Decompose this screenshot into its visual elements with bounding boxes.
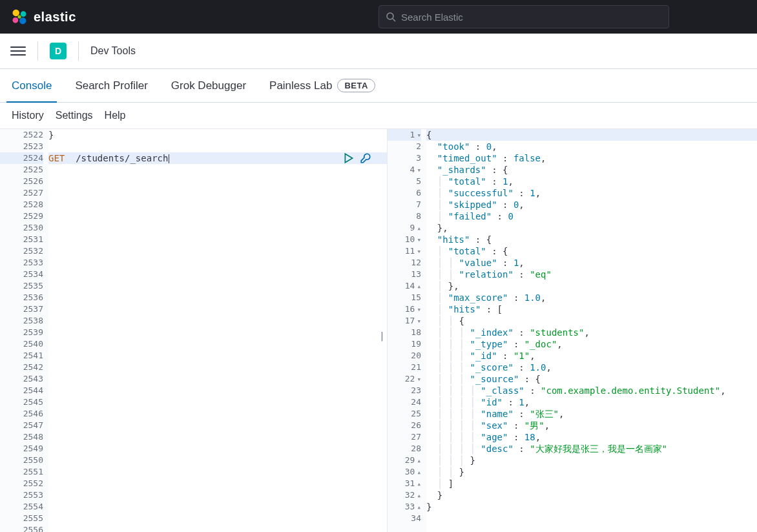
request-editor[interactable]: }GET /students/_search xyxy=(48,129,387,532)
tab-search-profiler[interactable]: Search Profiler xyxy=(75,69,147,102)
svg-line-6 xyxy=(393,19,395,21)
response-gutter: 1▾234▾56789▴10▾11▾121314▴1516▾17▾1819202… xyxy=(388,129,426,532)
divider xyxy=(37,41,38,61)
pane-splitter-icon[interactable]: || xyxy=(379,331,388,341)
response-viewer[interactable]: { "took" : 0, "timed_out" : false, "_sha… xyxy=(426,129,757,532)
tool-tabs: Console Search Profiler Grok Debugger Pa… xyxy=(0,69,757,103)
subtab-settings[interactable]: Settings xyxy=(56,110,93,121)
logo[interactable]: elastic xyxy=(10,8,76,26)
svg-marker-7 xyxy=(345,154,352,163)
svg-point-5 xyxy=(387,13,393,19)
svg-point-4 xyxy=(17,15,21,18)
divider xyxy=(78,41,79,61)
top-header: elastic xyxy=(0,0,757,34)
tab-grok-debugger[interactable]: Grok Debugger xyxy=(171,69,246,102)
svg-point-1 xyxy=(21,11,26,17)
tab-console[interactable]: Console xyxy=(12,69,52,102)
response-pane[interactable]: 1▾234▾56789▴10▾11▾121314▴1516▾17▾1819202… xyxy=(388,129,757,532)
subtab-history[interactable]: History xyxy=(12,110,44,121)
subtab-help[interactable]: Help xyxy=(105,110,126,121)
menu-toggle-icon[interactable] xyxy=(10,43,26,59)
request-pane[interactable]: 2522252325242525252625272528252925302531… xyxy=(0,129,388,532)
tab-painless-label: Painless Lab xyxy=(269,79,332,92)
svg-point-3 xyxy=(19,17,26,25)
request-actions xyxy=(343,152,371,164)
console-subtabs: History Settings Help xyxy=(0,103,757,128)
svg-point-2 xyxy=(13,17,19,23)
app-badge[interactable]: D xyxy=(50,43,67,59)
global-search xyxy=(378,5,669,28)
editor-area: 2522252325242525252625272528252925302531… xyxy=(0,128,757,532)
tab-painless-lab[interactable]: Painless Lab BETA xyxy=(269,69,375,102)
request-gutter: 2522252325242525252625272528252925302531… xyxy=(0,129,48,532)
elastic-logo-icon xyxy=(10,8,28,26)
beta-badge: BETA xyxy=(337,79,375,92)
search-input[interactable] xyxy=(401,12,662,23)
wrench-icon[interactable] xyxy=(360,152,371,164)
sub-header: D Dev Tools xyxy=(0,34,757,69)
play-icon[interactable] xyxy=(343,152,355,164)
svg-point-0 xyxy=(13,10,20,17)
search-box[interactable] xyxy=(378,5,669,28)
brand-name: elastic xyxy=(34,10,76,25)
search-icon xyxy=(386,12,396,22)
page-title: Dev Tools xyxy=(90,45,136,57)
